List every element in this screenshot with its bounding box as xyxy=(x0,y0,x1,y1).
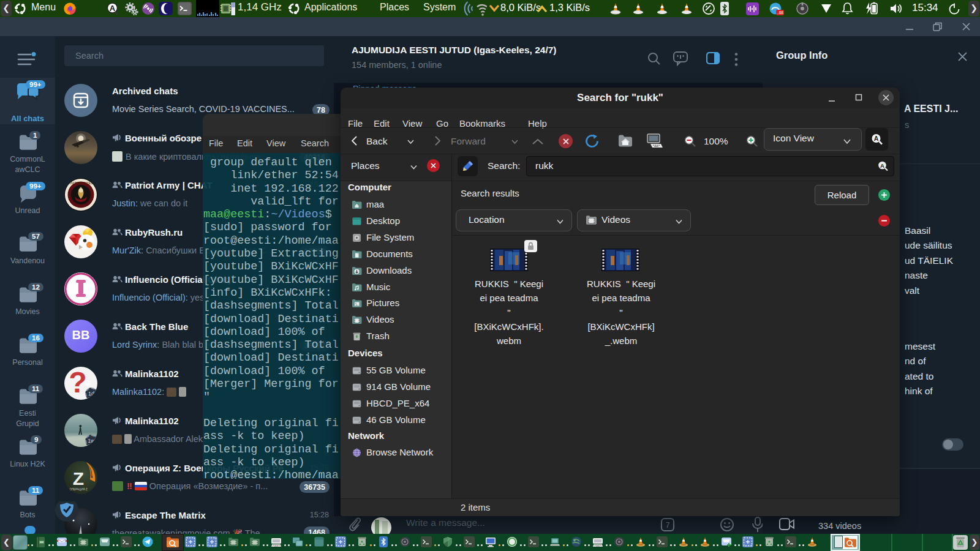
svg-text:..68: ..68 xyxy=(777,10,783,15)
svg-text:7: 7 xyxy=(666,521,670,530)
svg-text:A: A xyxy=(880,162,884,169)
svg-text:?: ? xyxy=(69,367,86,399)
svg-text:UNITED STATES: UNITED STATES xyxy=(69,181,93,185)
svg-text:A: A xyxy=(874,135,879,142)
svg-text:A: A xyxy=(110,4,116,13)
svg-text:ОПЕРАЦИЯ Z: ОПЕРАЦИЯ Z xyxy=(69,488,88,491)
svg-text:Z: Z xyxy=(73,468,84,489)
